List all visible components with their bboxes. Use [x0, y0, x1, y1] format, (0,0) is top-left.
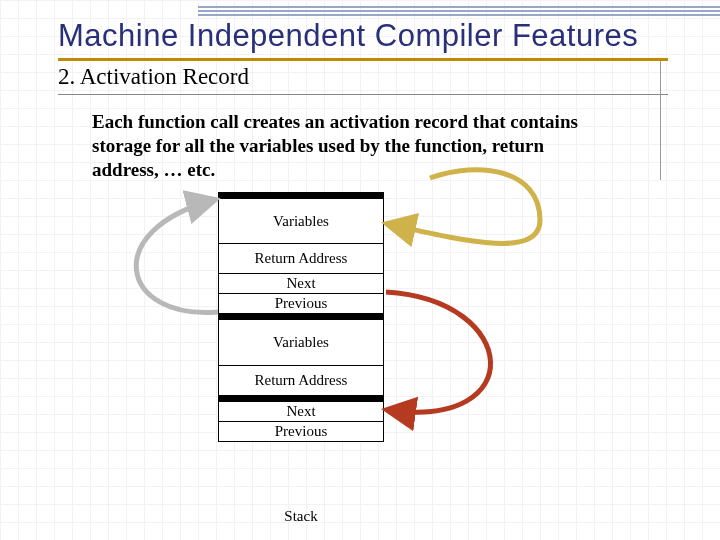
stack-row-next-2: Next [218, 402, 384, 422]
title-block: Machine Independent Compiler Features [58, 6, 700, 61]
slide-title: Machine Independent Compiler Features [58, 18, 700, 54]
stack-row-previous-2: Previous [218, 422, 384, 442]
stack-row-return-address-2: Return Address [218, 366, 384, 396]
stack-caption: Stack [218, 508, 384, 525]
arrow-red [386, 292, 491, 412]
arrow-gray [136, 200, 218, 313]
title-underline [58, 58, 668, 61]
stack-row-variables-2: Variables [218, 320, 384, 366]
stack-row-next-1: Next [218, 274, 384, 294]
vertical-rule [660, 60, 661, 180]
body-paragraph: Each function call creates an activation… [92, 110, 612, 181]
slide: Machine Independent Compiler Features 2.… [0, 0, 720, 540]
stack-row-previous-1: Previous [218, 294, 384, 314]
section-underline [58, 94, 668, 95]
section-heading: 2. Activation Record [58, 64, 249, 90]
stack-row-return-address-1: Return Address [218, 244, 384, 274]
title-decoration-bars [198, 6, 720, 16]
activation-record-stack: Variables Return Address Next Previous V… [218, 192, 384, 442]
stack-row-variables-1: Variables [218, 198, 384, 244]
